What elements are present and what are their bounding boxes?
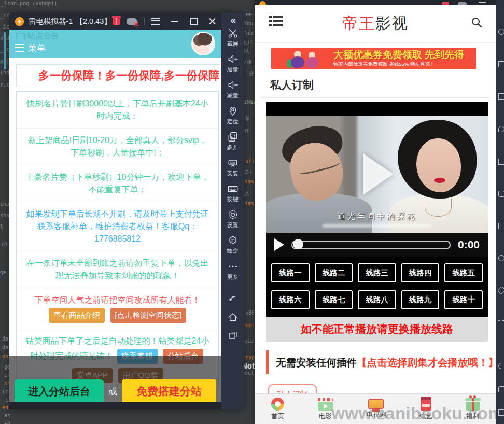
back-icon[interactable] <box>227 293 239 305</box>
code-fragment: /相 <box>244 59 252 66</box>
toolbar-item-apk-install[interactable]: apk 安装 <box>227 157 239 177</box>
video-subtitle-en <box>323 224 431 228</box>
window-title: 雷电模拟器-1 <box>29 17 73 26</box>
notice-item: 下单空间人气之前请把空间改成所有人能看！ 查看商品介绍 [点击检测空间状态] <box>17 288 218 329</box>
back-icon[interactable] <box>498 363 504 369</box>
search-icon[interactable] <box>470 16 483 29</box>
footer-actions: 进入分站后台 或 免费搭建分站 <box>15 379 219 402</box>
volume-down-icon[interactable] <box>498 93 504 100</box>
recents-icon[interactable] <box>227 330 239 341</box>
hive-bee-icon <box>227 235 239 246</box>
video-subtitle: 道光年间中的探花 <box>266 211 488 221</box>
view-product-button[interactable]: 查看商品介绍 <box>49 308 105 323</box>
window-version: 【2.0.43】 <box>75 17 111 26</box>
nav-item-home[interactable]: 首页 <box>271 398 284 421</box>
screenshot-icon[interactable] <box>498 29 504 35</box>
progress-knob[interactable] <box>293 239 303 249</box>
route-button[interactable]: 线路四 <box>401 263 440 282</box>
route-button[interactable]: 线路六 <box>271 290 310 309</box>
enter-branch-button[interactable]: 进入分站后台 <box>15 379 104 402</box>
route-button[interactable]: 线路五 <box>444 263 483 282</box>
gamepad-icon[interactable] <box>127 18 137 25</box>
code-fragment: url <box>245 158 255 164</box>
code-fragment: nam <box>244 179 254 185</box>
code-fragment: 「变 <box>244 70 254 77</box>
clapperboard-icon <box>318 402 333 411</box>
menu-button[interactable]: 菜单 <box>15 42 46 54</box>
toolbar-item-multi-instance[interactable]: 多开 <box>227 131 239 151</box>
recents-icon[interactable] <box>498 409 504 416</box>
route-button[interactable]: 线路二 <box>315 263 353 282</box>
code-fragment: (hd <box>0 69 9 75</box>
notice-item: 土豪名片赞（下单秒刷）10分钟一万，欢迎下单，不能重复下单； <box>17 165 218 202</box>
nav-item-movies[interactable]: 电影 <box>318 398 333 421</box>
more-dots-icon[interactable] <box>498 319 504 321</box>
free-build-button[interactable]: 免费搭建分站 <box>122 379 216 402</box>
code-fragment: l <box>0 224 3 230</box>
hive-bee-icon[interactable] <box>497 286 504 295</box>
toolbar-item-keymap[interactable]: 按键 <box>227 183 239 203</box>
progress-bar[interactable] <box>291 241 451 249</box>
route-panel: 线路一 线路二 线路三 线路四 线路五 线路六 线路七 线路八 线路九 线路十 <box>266 257 488 317</box>
notice-list: 快刷名片赞日刷30000以上，下单后开刷基本24小时内完成； 新上架商品!日刷1… <box>16 91 219 389</box>
window-menu-icon[interactable] <box>151 18 160 25</box>
emulator2-titlebar[interactable] <box>255 0 496 5</box>
route-button[interactable]: 线路十 <box>444 290 483 309</box>
code-fragment: in <box>4 419 10 424</box>
route-button[interactable]: 线路八 <box>358 290 396 309</box>
toolbar-item-more[interactable]: 更多 <box>227 261 239 281</box>
banner-subline: 独家内部优惠券免费领取 省钱55% 网友首选！ <box>333 61 472 68</box>
home-icon[interactable] <box>227 312 239 323</box>
volume-up-icon <box>227 53 239 65</box>
coupon-banner[interactable]: 大额优惠券免费领取 先到先得 独家内部优惠券免费领取 省钱55% 网友首选！ <box>271 48 476 69</box>
play-overlay-icon[interactable] <box>363 153 393 195</box>
toolbar-item-settings[interactable]: 设置 <box>227 209 239 229</box>
maximize-button[interactable] <box>190 18 198 25</box>
multi-instance-icon[interactable] <box>498 159 504 165</box>
close-button[interactable] <box>209 18 216 25</box>
emulator2-toolbar-sliver <box>496 0 504 424</box>
toolbar-item-volume-down[interactable]: 减量 <box>227 79 239 100</box>
section-title: 私人订制 <box>270 78 496 92</box>
apk-install-icon: apk <box>227 157 239 168</box>
plugin-tip: 无需安装任何插件 <box>276 357 357 368</box>
plugin-tip-row: 无需安装任何插件【点击选择剧集才会播放哦！】 <box>266 350 496 375</box>
home-icon[interactable] <box>498 386 504 392</box>
gear-icon <box>227 209 239 220</box>
code-fragment: _icon.png (xxhdpi) <box>1 1 57 6</box>
gear-icon[interactable] <box>498 255 504 261</box>
toolbar-item-volume-up[interactable]: 加量 <box>227 53 239 74</box>
avatar[interactable] <box>191 32 215 55</box>
announcement-marquee: 多一份保障！多一份保障,多一份保障 <box>16 64 219 87</box>
minimize-button[interactable] <box>171 21 178 22</box>
toolbar-item-hive[interactable]: 蜂窝 <box>227 235 239 255</box>
keyboard-icon[interactable] <box>498 223 504 229</box>
gift-promo-icon[interactable] <box>113 18 120 25</box>
ldplayer-window: 雷电模拟器-1 【2.0.43】 站点公告 菜单 <box>9 13 244 409</box>
code-fragment: sha <box>0 213 9 218</box>
video-player[interactable]: 道光年间中的探花 0:00 <box>266 102 488 257</box>
notice-item: 在一条订单未全部到账之前请勿重复下单，以免出现无法叠加导致未到账的的现象！ <box>17 251 218 288</box>
route-button[interactable]: 线路七 <box>315 290 353 309</box>
titlebar-divider <box>144 18 145 25</box>
toolbar-item-screenshot[interactable]: 截屏 <box>227 27 239 48</box>
volume-up-icon[interactable] <box>498 61 504 67</box>
code-fragment: (h <box>1 242 7 247</box>
collapse-toolbar-icon[interactable]: « <box>230 15 235 25</box>
apk-install-icon[interactable] <box>498 191 504 197</box>
ide-scroll-marker <box>4 32 6 69</box>
route-button[interactable]: 线路一 <box>271 263 310 282</box>
route-button[interactable]: 线路九 <box>401 290 440 309</box>
notice-item: 快刷名片赞日刷30000以上，下单后开刷基本24小时内完成； <box>17 92 218 129</box>
home-donut-icon <box>271 398 284 411</box>
check-space-button[interactable]: [点击检测空间状态] <box>110 308 186 323</box>
play-button[interactable] <box>274 238 284 251</box>
volume-down-icon <box>227 79 239 91</box>
notice-item: 新上架商品!日刷10-20万，全部真人，部分svip，下单秒刷，大量接单中!； <box>17 129 218 165</box>
emulator2-window: 帝王影视 大额优惠券免费领取 先到先得 独家内部优惠券免费领取 省钱55% 网友… <box>255 0 496 424</box>
toolbar-item-location[interactable]: 定位 <box>227 105 239 125</box>
route-button[interactable]: 线路三 <box>358 263 396 282</box>
location-pin-icon[interactable] <box>498 126 504 132</box>
ldplayer-titlebar[interactable]: 雷电模拟器-1 【2.0.43】 <box>9 13 221 30</box>
app-title: 帝王影视 <box>255 13 496 34</box>
